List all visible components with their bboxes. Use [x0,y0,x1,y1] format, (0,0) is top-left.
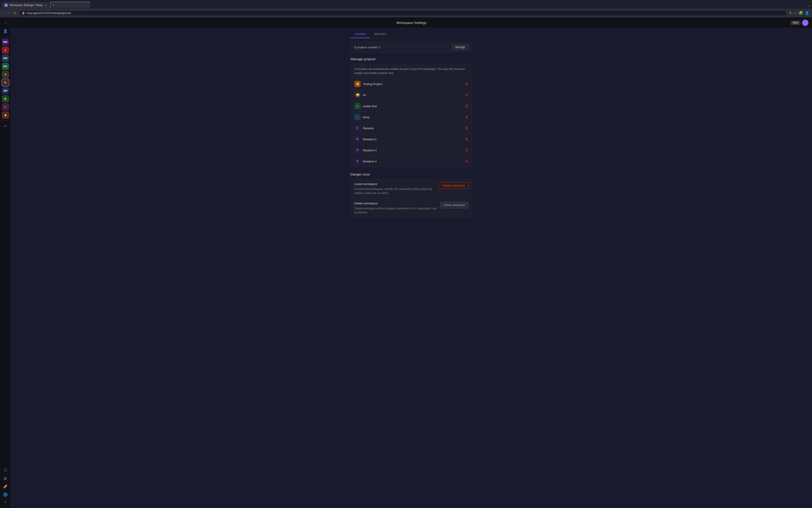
sidebar-workspace-tilde[interactable]: ≈ [2,103,9,111]
add-workspace-button[interactable]: + [2,123,9,130]
top-bar: Workspace Settings PRO [11,17,812,28]
sidebar-workspace-img[interactable]: ◆ [2,112,9,119]
manage-projects-card: All projects are automatically enabled a… [350,64,472,167]
back-button[interactable]: ‹ [3,10,6,16]
project-name: Random [363,127,463,130]
app: ⌂ 👤 BW ● HW RS ✦ O AW B ≈ ◆ + ☰ ▦ 🚀 🌐 ? … [0,17,812,508]
sidebar-user-icon[interactable]: 👤 [2,27,9,35]
projects-count-bar: 8 projects created ℹ Manage [350,42,472,52]
sidebar-home-icon[interactable]: ⌂ [2,19,9,27]
delete-project-button[interactable]: 🗑 [465,137,468,141]
delete-project-button[interactable]: 🗑 [465,115,468,119]
project-name: Random-3 [363,149,463,152]
content-area: General Members 8 projects created ℹ Man… [11,28,812,508]
projects-count-text: 8 projects created ℹ [354,46,380,49]
manage-button[interactable]: Manage [452,44,468,50]
delete-workspace-text: Delete workspace Empty workspace without… [354,202,437,215]
reload-button[interactable]: ↻ [12,10,17,16]
project-icon: R [354,147,361,154]
leave-workspace-text: Leave workspace To leave this workspace,… [354,182,435,195]
maximize-icon[interactable]: ⌄ [807,3,810,7]
bookmark-icon[interactable]: ☆ [794,11,797,15]
extensions-icon[interactable]: 🧩 [799,11,803,15]
settings-tabs: General Members [350,28,472,38]
list-item: a avatar-test 🗑 [351,100,472,112]
delete-project-button[interactable]: 🗑 [465,82,468,86]
list-item: t temp 🗑 [351,112,472,123]
project-icon: R [354,158,361,164]
tab-favicon: R [4,4,8,7]
leave-workspace-desc: To leave this workspace, transfer the ow… [354,187,435,195]
delete-project-button[interactable]: 🗑 [465,104,468,108]
user-avatar[interactable] [802,19,808,26]
sidebar-workspace-rs[interactable]: RS [2,63,9,70]
project-name: Testing Project [363,82,463,86]
delete-workspace-item: Delete workspace Empty workspace without… [351,199,472,218]
active-tab[interactable]: R Workspace Settings • Rowy × [2,2,49,8]
project-icon: 😜 [354,92,361,98]
sidebar-workspace-b[interactable]: B [2,95,9,102]
list-item: R Random 🗑 [351,123,472,134]
tab-bar: R Workspace Settings • Rowy × + ⌄ [0,0,812,9]
nav-bar: ‹ › ↻ 🔒 rowy.app/w/2CA1KD/settings/gener… [0,9,812,17]
sidebar-workspace-o[interactable]: O [2,79,9,86]
project-name: Random-4 [363,160,463,163]
list-item: R Random-3 🗑 [351,145,472,156]
info-box: All projects are automatically enabled a… [351,64,472,79]
forward-button[interactable]: › [7,10,10,16]
info-icon[interactable]: ℹ [379,46,380,49]
tab-general[interactable]: General [350,30,370,38]
leave-workspace-item: Leave workspace To leave this workspace,… [351,179,472,199]
lock-icon: 🔒 [22,11,25,14]
transfer-ownership-button[interactable]: Transfer ownership [439,182,468,189]
project-name: lol [363,93,463,97]
list-item: R Random-2 🗑 [351,134,472,145]
delete-project-button[interactable]: 🗑 [465,93,468,97]
danger-zone-title: Danger zone [350,172,472,176]
sidebar-workspace-star[interactable]: ✦ [2,71,9,78]
url-text: rowy.app/w/2CA1KD/settings/general [27,11,71,15]
browser-chrome: R Workspace Settings • Rowy × + ⌄ ‹ › ↻ … [0,0,812,17]
delete-project-button[interactable]: 🗑 [465,159,468,163]
tab-close-button[interactable]: × [44,3,46,7]
project-name: temp [363,116,463,119]
sidebar-workspace-bw[interactable]: BW [2,38,9,46]
content-inner: General Members 8 projects created ℹ Man… [350,28,472,504]
danger-zone-card: Leave workspace To leave this workspace,… [350,179,472,218]
sidebar-globe-icon[interactable]: 🌐 [2,491,9,498]
project-name: avatar-test [363,104,463,108]
main-content: Workspace Settings PRO General Members 8… [11,17,812,508]
page-title: Workspace Settings [396,21,426,25]
sidebar-help-icon[interactable]: ? [2,499,9,506]
count-text: 8 projects created [354,46,378,49]
sidebar-workspace-red[interactable]: ● [2,46,9,54]
profile-icon[interactable]: 👤 [805,11,809,15]
project-icon: t [354,114,361,120]
delete-workspace-title: Delete workspace [354,202,437,205]
delete-project-button[interactable]: 🗑 [465,148,468,152]
list-item: 🔶 Testing Project 🗑 [351,79,472,90]
delete-workspace-button[interactable]: Delete workspace [440,202,468,208]
tab-members[interactable]: Members [370,30,391,38]
project-name: Random-2 [363,138,463,141]
tab-title: Workspace Settings • Rowy [9,4,43,7]
project-icon: R [354,136,361,142]
list-item: 😜 lol 🗑 [351,90,472,100]
download-icon[interactable]: ⬇ [789,11,792,15]
top-bar-actions: PRO [791,19,808,26]
sidebar-list-icon[interactable]: ☰ [2,466,9,474]
sidebar-workspace-hw[interactable]: HW [2,54,9,62]
leave-workspace-title: Leave workspace [354,182,435,186]
delete-project-button[interactable]: 🗑 [465,126,468,130]
sidebar-workspace-aw[interactable]: AW [2,87,9,94]
manage-projects-title: Manage projects [350,57,472,61]
project-icon: 🔶 [354,81,361,87]
delete-workspace-desc: Empty workspace without projects, member… [354,206,437,215]
url-bar[interactable]: 🔒 rowy.app/w/2CA1KD/settings/general [19,10,787,16]
sidebar-table-icon[interactable]: ▦ [2,475,9,482]
sidebar-divider-1 [3,36,8,37]
new-tab-button[interactable]: + [50,2,91,9]
pro-badge[interactable]: PRO [791,21,800,25]
project-icon: a [354,103,361,109]
sidebar-deploy-icon[interactable]: 🚀 [2,483,9,490]
